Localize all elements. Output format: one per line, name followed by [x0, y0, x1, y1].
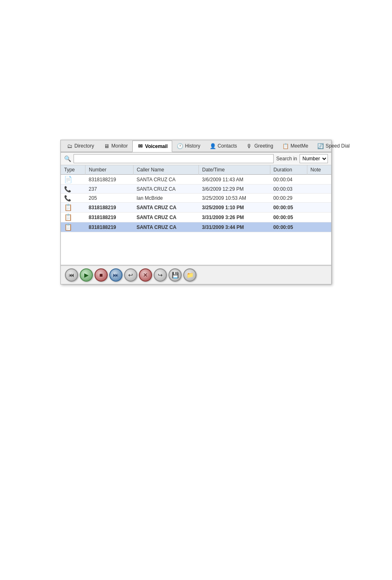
cell-datetime: 3/31/2009 3:26 PM	[199, 213, 270, 222]
voicemail-tab-label: Voicemail	[145, 143, 168, 149]
table-container: TypeNumberCaller NameDate/TimeDurationNo…	[61, 165, 331, 266]
tab-history[interactable]: 🕐History	[172, 140, 205, 152]
cell-type: 📋	[61, 203, 85, 213]
cell-caller-name: SANTA CRUZ CA	[133, 175, 198, 185]
cell-caller-name: Ian McBride	[133, 194, 198, 203]
reply-button[interactable]: ↩	[124, 268, 137, 282]
monitor-tab-icon: 🖥	[103, 143, 110, 149]
forward-button[interactable]: ↪	[154, 268, 167, 282]
delete-button[interactable]: ✕	[139, 268, 152, 282]
greeting-tab-label: Greeting	[254, 143, 273, 149]
control-bar: ⏮▶■⏭↩✕↪💾📁	[61, 266, 331, 284]
speeddial-tab-label: Speed Dial	[325, 143, 350, 149]
cell-note	[307, 203, 331, 213]
cell-note	[307, 213, 331, 222]
cell-type: 📋	[61, 222, 85, 232]
search-bar: 🔍 Search in NumberNameDate	[61, 153, 331, 165]
table-row[interactable]: 📋8318188219SANTA CRUZ CA3/31/2009 3:26 P…	[61, 213, 331, 222]
meetme-tab-icon: 📋	[282, 143, 289, 149]
tab-meetme[interactable]: 📋MeetMe	[278, 140, 313, 152]
history-tab-icon: 🕐	[177, 143, 183, 149]
folder-button[interactable]: 📁	[183, 268, 196, 282]
directory-tab-label: Directory	[74, 143, 94, 149]
cell-datetime: 3/6/2009 12:29 PM	[199, 185, 270, 194]
cell-type: 📞	[61, 194, 85, 203]
cell-number: 237	[85, 185, 133, 194]
cell-number: 8318188219	[85, 175, 133, 185]
app-container: 🗂Directory🖥Monitor✉Voicemail🕐History👤Con…	[60, 140, 332, 284]
empty-area	[61, 232, 331, 265]
cell-caller-name: SANTA CRUZ CA	[133, 203, 198, 213]
cell-datetime: 3/6/2009 11:43 AM	[199, 175, 270, 185]
tab-speeddial[interactable]: 🔄Speed Dial	[313, 140, 354, 152]
col-caller name: Caller Name	[133, 165, 198, 175]
rewind-button[interactable]: ⏮	[65, 268, 78, 282]
col-type: Type	[61, 165, 85, 175]
col-number: Number	[85, 165, 133, 175]
table-header-row: TypeNumberCaller NameDate/TimeDurationNo…	[61, 165, 331, 175]
tab-directory[interactable]: 🗂Directory	[62, 140, 99, 152]
search-icon: 🔍	[64, 155, 71, 162]
search-input[interactable]	[74, 154, 274, 163]
cell-duration: 00:00:29	[270, 194, 307, 203]
voicemail-table: TypeNumberCaller NameDate/TimeDurationNo…	[61, 165, 331, 232]
tab-bar: 🗂Directory🖥Monitor✉Voicemail🕐History👤Con…	[61, 140, 331, 153]
cell-note	[307, 185, 331, 194]
col-note: Note	[307, 165, 331, 175]
history-tab-label: History	[185, 143, 200, 149]
contacts-tab-label: Contacts	[218, 143, 237, 149]
table-row[interactable]: 📞205Ian McBride3/25/2009 10:53 AM00:00:2…	[61, 194, 331, 203]
table-row[interactable]: 📋8318188219SANTA CRUZ CA3/31/2009 3:44 P…	[61, 222, 331, 232]
col-duration: Duration	[270, 165, 307, 175]
save-button[interactable]: 💾	[168, 268, 182, 282]
cell-duration: 00:00:05	[270, 203, 307, 213]
table-row[interactable]: 📞237SANTA CRUZ CA3/6/2009 12:29 PM00:00:…	[61, 185, 331, 194]
search-select[interactable]: NumberNameDate	[300, 154, 328, 163]
cell-note	[307, 175, 331, 185]
cell-caller-name: SANTA CRUZ CA	[133, 222, 198, 232]
col-date-time: Date/Time	[199, 165, 270, 175]
table-row[interactable]: 📄8318188219SANTA CRUZ CA3/6/2009 11:43 A…	[61, 175, 331, 185]
voicemail-tab-icon: ✉	[137, 143, 143, 150]
cell-datetime: 3/31/2009 3:44 PM	[199, 222, 270, 232]
cell-note	[307, 194, 331, 203]
tab-greeting[interactable]: 🎙Greeting	[242, 140, 278, 152]
speeddial-tab-icon: 🔄	[317, 143, 324, 149]
cell-duration: 00:00:05	[270, 222, 307, 232]
tab-contacts[interactable]: 👤Contacts	[205, 140, 242, 152]
meetme-tab-label: MeetMe	[291, 143, 308, 149]
contacts-tab-icon: 👤	[210, 143, 216, 149]
table-row[interactable]: 📋8318188219SANTA CRUZ CA3/25/2009 1:10 P…	[61, 203, 331, 213]
cell-number: 205	[85, 194, 133, 203]
monitor-tab-label: Monitor	[111, 143, 128, 149]
tab-voicemail[interactable]: ✉Voicemail	[132, 141, 172, 152]
greeting-tab-icon: 🎙	[246, 143, 253, 149]
cell-number: 8318188219	[85, 222, 133, 232]
cell-type: 📋	[61, 213, 85, 222]
cell-duration: 00:00:04	[270, 175, 307, 185]
cell-caller-name: SANTA CRUZ CA	[133, 213, 198, 222]
cell-type: 📞	[61, 185, 85, 194]
cell-duration: 00:00:03	[270, 185, 307, 194]
stop-button[interactable]: ■	[95, 268, 108, 282]
cell-number: 8318188219	[85, 203, 133, 213]
cell-type: 📄	[61, 175, 85, 185]
cell-number: 8318188219	[85, 213, 133, 222]
fast-forward-button[interactable]: ⏭	[109, 268, 122, 282]
cell-datetime: 3/25/2009 1:10 PM	[199, 203, 270, 213]
cell-caller-name: SANTA CRUZ CA	[133, 185, 198, 194]
tab-monitor[interactable]: 🖥Monitor	[99, 140, 132, 152]
cell-datetime: 3/25/2009 10:53 AM	[199, 194, 270, 203]
search-in-label: Search in	[276, 156, 297, 162]
play-button[interactable]: ▶	[80, 268, 93, 282]
cell-duration: 00:00:05	[270, 213, 307, 222]
directory-tab-icon: 🗂	[66, 143, 73, 149]
cell-note	[307, 222, 331, 232]
